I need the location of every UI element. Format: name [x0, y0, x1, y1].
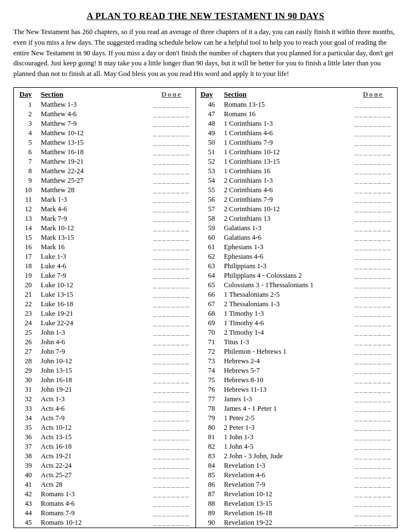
left-done-cell[interactable]: ________ [148, 338, 196, 347]
left-done-cell[interactable]: ________ [148, 167, 196, 176]
right-done-cell[interactable]: ________ [349, 480, 397, 490]
right-done-cell[interactable]: ________ [349, 433, 397, 442]
left-section-cell: John 13-15 [37, 366, 147, 376]
left-done-cell[interactable]: ________ [148, 509, 196, 518]
left-done-cell[interactable]: ________ [148, 347, 196, 357]
left-done-cell[interactable]: ________ [148, 205, 196, 214]
right-done-cell[interactable]: ________ [349, 252, 397, 262]
left-done-cell[interactable]: ________ [148, 138, 196, 148]
right-done-cell[interactable]: ________ [349, 233, 397, 243]
left-done-cell[interactable]: ________ [148, 195, 196, 205]
left-done-cell[interactable]: ________ [148, 442, 196, 452]
right-done-cell[interactable]: ________ [349, 338, 397, 347]
left-done-cell[interactable]: ________ [148, 281, 196, 290]
right-done-cell[interactable]: ________ [349, 452, 397, 461]
right-done-cell[interactable]: ________ [349, 243, 397, 252]
left-done-cell[interactable]: ________ [148, 480, 196, 490]
right-section-cell: Ephesians 1-3 [221, 243, 349, 252]
left-done-cell[interactable]: ________ [148, 471, 196, 480]
left-done-cell[interactable]: ________ [148, 300, 196, 309]
right-done-cell[interactable]: ________ [349, 376, 397, 385]
right-done-cell[interactable]: ________ [349, 290, 397, 300]
left-section-cell: Luke 16-18 [37, 300, 147, 309]
right-done-cell[interactable]: ________ [349, 385, 397, 395]
right-done-cell[interactable]: ________ [349, 471, 397, 480]
left-done-cell[interactable]: ________ [148, 271, 196, 281]
left-done-cell[interactable]: ________ [148, 224, 196, 233]
right-done-cell[interactable]: ________ [349, 119, 397, 129]
right-done-cell[interactable]: ________ [349, 148, 397, 157]
left-done-cell[interactable]: ________ [148, 395, 196, 404]
right-done-cell[interactable]: ________ [349, 157, 397, 167]
left-done-cell[interactable]: ________ [148, 110, 196, 119]
left-done-cell[interactable]: ________ [148, 433, 196, 442]
left-done-cell[interactable]: ________ [148, 157, 196, 167]
left-done-cell[interactable]: ________ [148, 176, 196, 186]
right-done-cell[interactable]: ________ [349, 129, 397, 138]
left-done-cell[interactable]: ________ [148, 499, 196, 509]
right-done-cell[interactable]: ________ [349, 176, 397, 186]
right-done-cell[interactable]: ________ [349, 205, 397, 214]
left-done-cell[interactable]: ________ [148, 309, 196, 319]
left-done-cell[interactable]: ________ [148, 243, 196, 252]
left-done-cell[interactable]: ________ [148, 148, 196, 157]
left-section-cell: Romans 4-6 [37, 499, 147, 509]
right-done-cell[interactable]: ________ [349, 395, 397, 404]
right-done-cell[interactable]: ________ [349, 167, 397, 176]
right-done-cell[interactable]: ________ [349, 110, 397, 119]
right-done-cell[interactable]: ________ [349, 499, 397, 509]
right-done-cell[interactable]: ________ [349, 366, 397, 376]
right-done-cell[interactable]: ________ [349, 423, 397, 433]
right-done-cell[interactable]: ________ [349, 328, 397, 338]
right-done-cell[interactable]: ________ [349, 186, 397, 195]
left-done-cell[interactable]: ________ [148, 357, 196, 366]
right-done-cell[interactable]: ________ [349, 309, 397, 319]
left-done-cell[interactable]: ________ [148, 129, 196, 138]
right-done-cell[interactable]: ________ [349, 138, 397, 148]
right-done-cell[interactable]: ________ [349, 319, 397, 328]
left-done-cell[interactable]: ________ [148, 461, 196, 471]
right-done-cell[interactable]: ________ [349, 357, 397, 366]
left-day-cell: 6 [14, 148, 37, 157]
left-done-cell[interactable]: ________ [148, 490, 196, 499]
left-done-cell[interactable]: ________ [148, 366, 196, 376]
right-done-cell[interactable]: ________ [349, 271, 397, 281]
left-done-cell[interactable]: ________ [148, 214, 196, 224]
left-done-cell[interactable]: ________ [148, 290, 196, 300]
right-section-cell: 2 Corinthians 7-9 [221, 195, 349, 205]
right-done-cell[interactable]: ________ [349, 404, 397, 414]
right-done-cell[interactable]: ________ [349, 195, 397, 205]
right-done-cell[interactable]: ________ [349, 300, 397, 309]
left-section-cell: Matthew 13-15 [37, 138, 147, 148]
right-done-cell[interactable]: ________ [349, 509, 397, 518]
left-done-cell[interactable]: ________ [148, 452, 196, 461]
left-done-cell[interactable]: ________ [148, 404, 196, 414]
right-section-cell: 2 Peter 1-3 [221, 423, 349, 433]
right-done-cell[interactable]: ________ [349, 442, 397, 452]
left-done-cell[interactable]: ________ [148, 252, 196, 262]
right-done-cell[interactable]: ________ [349, 100, 397, 110]
right-done-cell[interactable]: ________ [349, 414, 397, 423]
left-done-cell[interactable]: ________ [148, 518, 196, 528]
right-section-cell: Philemon - Hebrews 1 [221, 347, 349, 357]
left-done-cell[interactable]: ________ [148, 319, 196, 328]
left-done-cell[interactable]: ________ [148, 376, 196, 385]
left-done-cell[interactable]: ________ [148, 414, 196, 423]
right-done-cell[interactable]: ________ [349, 490, 397, 499]
left-done-cell[interactable]: ________ [148, 423, 196, 433]
left-done-cell[interactable]: ________ [148, 328, 196, 338]
left-done-cell[interactable]: ________ [148, 385, 196, 395]
right-done-cell[interactable]: ________ [349, 347, 397, 357]
right-done-cell[interactable]: ________ [349, 461, 397, 471]
left-done-cell[interactable]: ________ [148, 262, 196, 271]
left-done-cell[interactable]: ________ [148, 186, 196, 195]
right-done-cell[interactable]: ________ [349, 262, 397, 271]
right-done-cell[interactable]: ________ [349, 518, 397, 528]
left-day-cell: 44 [14, 509, 37, 518]
right-done-cell[interactable]: ________ [349, 214, 397, 224]
right-done-cell[interactable]: ________ [349, 224, 397, 233]
right-done-cell[interactable]: ________ [349, 281, 397, 290]
left-done-cell[interactable]: ________ [148, 119, 196, 129]
left-done-cell[interactable]: ________ [148, 100, 196, 110]
left-done-cell[interactable]: ________ [148, 233, 196, 243]
